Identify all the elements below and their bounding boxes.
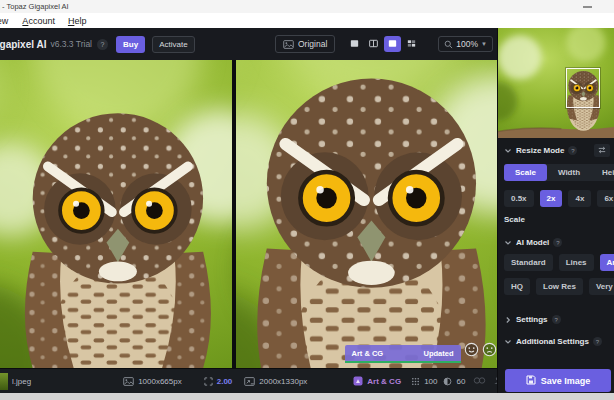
unit-swap-button[interactable] [594, 144, 610, 157]
tab-height[interactable]: Height [591, 164, 614, 181]
resize-help-badge[interactable]: ? [568, 146, 577, 155]
ai-model-header[interactable]: AI Model ? [504, 238, 614, 247]
model-low-res-button[interactable]: Low Res [536, 278, 583, 295]
scale-4x-button[interactable]: 4x [568, 190, 591, 207]
compare-circles-icon[interactable] [473, 376, 486, 387]
title-bar: l.jpeg - Topaz Gigapixel AI [0, 0, 614, 13]
art-cg-model-icon [353, 376, 363, 386]
output-size-value: 2000x1330px [259, 377, 307, 386]
scale-options: 0.5x 2x 4x 6x [504, 190, 614, 207]
chevron-down-icon [504, 147, 512, 155]
scale-6x-button[interactable]: 6x [597, 190, 614, 207]
zoom-control[interactable]: 100% ▼ [438, 36, 493, 52]
additional-settings-title: Additional Settings [516, 337, 589, 346]
after-image-pane[interactable]: Art & CG Updated [236, 60, 498, 368]
menu-account[interactable]: Account [20, 16, 57, 26]
model-row-2: HQ Low Res Very Compressed [504, 278, 614, 295]
additional-settings-header[interactable]: Additional Settings ? [504, 337, 614, 346]
feedback-happy-icon[interactable] [464, 342, 479, 361]
before-image-pane[interactable] [0, 60, 232, 368]
navigator-view-box[interactable] [566, 68, 600, 108]
model-standard-button[interactable]: Standard [504, 254, 553, 271]
input-size-group: 1000x665px [123, 377, 182, 386]
model-lines-button[interactable]: Lines [559, 254, 594, 271]
original-toggle-button[interactable]: Original [275, 35, 335, 53]
trial-help-badge[interactable]: ? [97, 39, 108, 50]
ai-model-title: AI Model [516, 238, 549, 247]
remove-blur-group: 60 [443, 377, 465, 386]
settings-header[interactable]: Settings ? [504, 315, 614, 324]
filename: l.jpeg [12, 377, 31, 386]
gigapixel-window: l.jpeg - Topaz Gigapixel AI View Account… [0, 0, 614, 400]
app-header: Gigapixel AI v6.3.3 Trial ? Buy Activate… [0, 28, 497, 60]
window-bottom-edge [0, 393, 614, 400]
settings-title: Settings [516, 315, 548, 324]
right-sidebar: Resize Mode ? Scale Width Height 0.5x 2x… [497, 28, 614, 393]
feedback-sad-icon[interactable] [482, 342, 497, 361]
input-size-value: 1000x665px [138, 377, 182, 386]
model-very-compressed-button[interactable]: Very Compressed [589, 278, 614, 295]
view-side-by-side-button[interactable] [384, 36, 401, 52]
swap-icon [597, 146, 607, 156]
ai-model-help-badge[interactable]: ? [553, 238, 562, 247]
chevron-down-icon [504, 338, 512, 346]
scale-0.5x-button[interactable]: 0.5x [504, 190, 534, 207]
input-image-icon [123, 377, 134, 386]
suppress-noise-group: 100 [411, 377, 437, 386]
resize-mode-title: Resize Mode [516, 146, 564, 155]
model-row-1: Standard Lines Art & CG [504, 254, 614, 271]
resize-mode-header[interactable]: Resize Mode ? [504, 144, 614, 157]
magnifier-icon [444, 40, 453, 49]
model-hq-button[interactable]: HQ [504, 278, 530, 295]
save-disk-icon [526, 375, 536, 387]
noise-grid-icon [411, 377, 420, 386]
remove-blur-value: 60 [456, 377, 465, 386]
active-model-group: Art & CG [353, 376, 401, 386]
status-bar: l.jpeg 1000x665px 2.00 2000x1330px Art &… [0, 368, 497, 393]
chevron-right-icon [504, 316, 512, 324]
image-canvas: Art & CG Updated [0, 60, 497, 368]
tab-width[interactable]: Width [547, 164, 591, 181]
banner-model-label: Art & CG [352, 349, 384, 358]
menu-view[interactable]: View [0, 16, 10, 26]
tab-scale[interactable]: Scale [504, 164, 547, 181]
activate-button[interactable]: Activate [152, 36, 194, 53]
menu-bar: View Account Help [0, 13, 614, 28]
view-single-icon [349, 35, 360, 53]
view-split-icon [368, 35, 379, 53]
progress-bar [345, 361, 461, 364]
menu-help[interactable]: Help [66, 16, 89, 26]
person-icon[interactable] [493, 376, 497, 387]
navigator-thumbnail[interactable] [498, 28, 614, 138]
window-title: l.jpeg - Topaz Gigapixel AI [0, 2, 69, 11]
status-action-icons [473, 376, 497, 387]
output-size-group: 2000x1330px [244, 377, 307, 386]
view-mode-group [346, 36, 420, 52]
suppress-noise-value: 100 [424, 377, 437, 386]
resize-tabs: Scale Width Height [504, 164, 614, 181]
buy-button[interactable]: Buy [116, 36, 145, 53]
chevron-down-icon: ▼ [481, 41, 487, 47]
banner-status-label: Updated [424, 349, 454, 358]
scale-label: Scale [504, 215, 614, 224]
file-thumbnail [0, 373, 8, 390]
additional-settings-help-badge[interactable]: ? [593, 337, 602, 346]
minimize-icon[interactable] [583, 6, 592, 8]
view-comparison-button[interactable] [403, 36, 420, 52]
original-label: Original [298, 39, 327, 49]
settings-help-badge[interactable]: ? [552, 315, 561, 324]
view-comparison-icon [406, 35, 417, 53]
image-icon [283, 40, 294, 49]
active-model-value: Art & CG [367, 377, 401, 386]
zoom-value: 100% [456, 39, 478, 49]
model-art-cg-button[interactable]: Art & CG [600, 254, 614, 271]
view-split-button[interactable] [365, 36, 382, 52]
view-single-button[interactable] [346, 36, 363, 52]
save-image-button[interactable]: Save Image [505, 369, 611, 392]
scale-factor-value: 2.00 [217, 377, 233, 386]
blur-half-circle-icon [443, 377, 452, 386]
app-version: v6.3.3 Trial [50, 39, 92, 49]
app-brand: Gigapixel AI [0, 39, 46, 50]
view-side-by-side-icon [387, 35, 398, 53]
scale-2x-button[interactable]: 2x [540, 190, 563, 207]
